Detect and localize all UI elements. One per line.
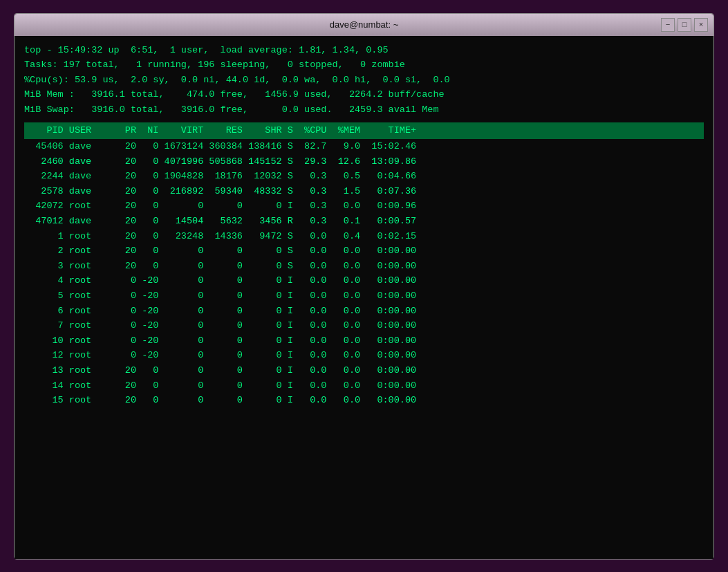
window-controls[interactable]: − □ × (661, 18, 708, 32)
table-row: 3 root 20 0 0 0 0 S 0.0 0.0 0:00.00 (24, 259, 704, 274)
table-row: 13 root 20 0 0 0 0 I 0.0 0.0 0:00.00 (24, 363, 704, 378)
table-row: 6 root 0 -20 0 0 0 I 0.0 0.0 0:00.00 (24, 304, 704, 319)
table-row: 7 root 0 -20 0 0 0 I 0.0 0.0 0:00.00 (24, 318, 704, 333)
table-row: 2 root 20 0 0 0 0 S 0.0 0.0 0:00.00 (24, 243, 704, 259)
table-row: 5 root 0 -20 0 0 0 I 0.0 0.0 0:00.00 (24, 288, 704, 304)
table-row: 2578 dave 20 0 216892 59340 48332 S 0.3 … (24, 184, 704, 199)
table-row: 47012 dave 20 0 14504 5632 3456 R 0.3 0.… (24, 214, 704, 229)
table-row: 12 root 0 -20 0 0 0 I 0.0 0.0 0:00.00 (24, 348, 704, 363)
tasks-line: Tasks: 197 total, 1 running, 196 sleepin… (24, 57, 704, 73)
top-line: top - 15:49:32 up 6:51, 1 user, load ave… (24, 43, 704, 58)
titlebar: dave@numbat: ~ − □ × (15, 14, 713, 36)
table-row: 15 root 20 0 0 0 0 I 0.0 0.0 0:00.00 (24, 393, 704, 408)
table-row: 4 root 0 -20 0 0 0 I 0.0 0.0 0:00.00 (24, 273, 704, 288)
system-stats: top - 15:49:32 up 6:51, 1 user, load ave… (24, 43, 704, 118)
mem-line: MiB Mem : 3916.1 total, 474.0 free, 1456… (24, 87, 704, 102)
table-row: 14 root 20 0 0 0 0 I 0.0 0.0 0:00.00 (24, 378, 704, 394)
table-header-row: PID USER PR NI VIRT RES SHR S %CPU %MEM … (24, 122, 704, 139)
table-row: 2460 dave 20 0 4071996 505868 145152 S 2… (24, 154, 704, 169)
minimize-button[interactable]: − (661, 18, 675, 32)
close-button[interactable]: × (694, 18, 708, 32)
table-row: 45406 dave 20 0 1673124 360384 138416 S … (24, 139, 704, 154)
table-row: 10 root 0 -20 0 0 0 I 0.0 0.0 0:00.00 (24, 333, 704, 349)
terminal-window: dave@numbat: ~ − □ × top - 15:49:32 up 6… (14, 13, 714, 560)
swap-line: MiB Swap: 3916.0 total, 3916.0 free, 0.0… (24, 102, 704, 118)
cpu-line: %Cpu(s): 53.9 us, 2.0 sy, 0.0 ni, 44.0 i… (24, 73, 704, 88)
window-title: dave@numbat: ~ (330, 19, 399, 30)
process-table: PID USER PR NI VIRT RES SHR S %CPU %MEM … (24, 122, 704, 407)
table-row: 2244 dave 20 0 1904828 18176 12032 S 0.3… (24, 169, 704, 184)
table-row: 1 root 20 0 23248 14336 9472 S 0.0 0.4 0… (24, 229, 704, 244)
table-row: 42072 root 20 0 0 0 0 I 0.3 0.0 0:00.96 (24, 199, 704, 214)
terminal-content[interactable]: top - 15:49:32 up 6:51, 1 user, load ave… (15, 36, 713, 559)
maximize-button[interactable]: □ (678, 18, 691, 32)
